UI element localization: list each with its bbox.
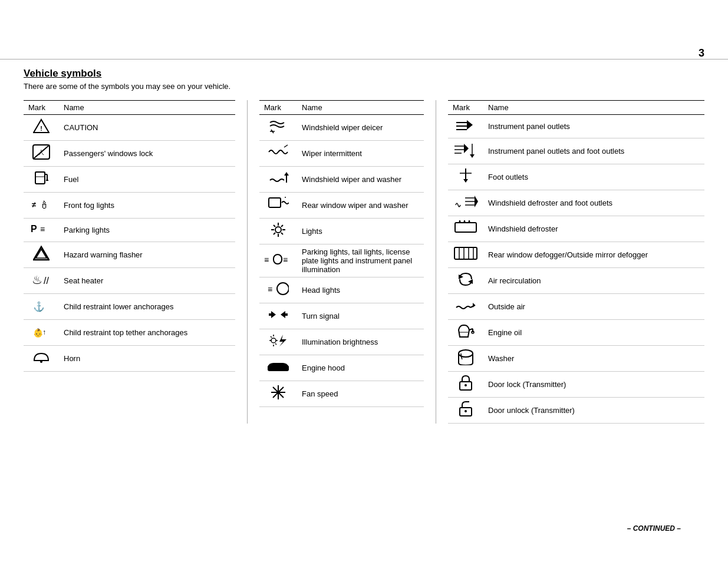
table-row: Rear window wiper and washer [259,193,424,219]
symbol-name: Windshield defroster [483,216,704,242]
symbol-mark [259,115,297,141]
svg-line-36 [274,225,275,227]
svg-marker-45 [269,311,276,318]
table-row: Door unlock (Transmitter) [448,398,704,424]
svg-text:P: P [31,224,37,234]
svg-rect-29 [269,198,281,207]
svg-line-37 [281,233,283,234]
symbol-name: Door unlock (Transmitter) [483,398,704,424]
symbol-name: Parking lights [59,219,235,242]
symbol-mark [448,216,483,242]
symbol-mark [259,329,297,355]
symbol-mark: 人 [24,141,59,167]
table-row: ≠🕯Front fog lights [24,193,235,219]
symbol-name: Outside air [483,294,704,320]
symbol-mark: ♨// [24,268,59,294]
symbol-name: Fuel [59,167,235,193]
symbol-name: Child restraint lower anchorages [59,294,235,320]
left-col-mark-header: Mark [24,101,59,115]
table-row: Air recirculation [448,268,704,294]
table-row: Rear window defogger/Outside mirror defo… [448,242,704,268]
symbol-mark [24,167,59,193]
symbol-mark [448,115,483,138]
table-row: Windshield wiper deicer [259,115,424,141]
table-row: Illumination brightness [259,329,424,355]
symbol-mark [259,355,297,381]
svg-rect-6 [35,172,45,177]
svg-line-39 [274,233,275,234]
symbol-mark: ≡ [259,277,297,303]
symbol-mark [448,372,483,398]
symbol-name: Rear window defogger/Outside mirror defo… [483,242,704,268]
symbol-name: Windshield defroster and foot outlets [483,190,704,216]
table-row: 👶↑Child restraint top tether anchorages [24,320,235,346]
symbol-name: Lights [297,219,424,244]
svg-point-22 [40,361,42,363]
table-row: Engine hood [259,355,424,381]
svg-text:🕯: 🕯 [39,199,50,211]
table-row: Lights [259,219,424,244]
table-row: Hazard warning flasher [24,242,235,268]
symbol-name: Child restraint top tether anchorages [59,320,235,346]
table-row: Turn signal [259,303,424,329]
symbol-mark [24,346,59,372]
table-row: Instrument panel outlets and foot outlet… [448,138,704,164]
symbol-name: Hazard warning flasher [59,242,235,268]
svg-point-44 [277,283,289,295]
symbol-mark [448,190,483,216]
svg-text:⚓: ⚓ [33,301,45,312]
svg-point-100 [465,384,467,386]
right-col-mark-header: Mark [448,101,483,115]
mid-col-name-header: Name [297,101,424,115]
svg-marker-82 [459,220,461,222]
table-row: Engine oil [448,320,704,346]
svg-text:!: ! [40,125,42,132]
svg-text:♨: ♨ [32,273,42,286]
svg-point-47 [271,338,276,343]
symbol-mark [448,294,483,320]
svg-marker-46 [281,311,288,318]
symbol-mark [448,138,483,164]
symbol-mark: 👶↑ [24,320,59,346]
symbol-mark [448,164,483,190]
symbol-mark [259,381,297,407]
symbol-name: Instrument panel outlets [483,115,704,138]
svg-marker-64 [467,120,473,130]
table-row: Windshield defroster [448,216,704,242]
symbol-name: Parking lights, tail lights, license pla… [297,244,424,277]
right-column: Mark Name Instrument panel outletsInstru… [436,100,704,424]
symbol-mark: ≠🕯 [24,193,59,219]
svg-marker-83 [463,220,466,222]
table-row: 人Passengers' windows lock [24,141,235,167]
section-title: Vehicle symbols [24,68,704,80]
right-col-name-header: Name [483,101,704,115]
svg-rect-5 [35,172,45,184]
symbol-name: Rear window wiper and washer [297,193,424,219]
symbol-mark [259,167,297,193]
table-row: Door lock (Transmitter) [448,372,704,398]
symbol-name: Instrument panel outlets and foot outlet… [483,138,704,164]
svg-text:≡: ≡ [40,224,45,234]
table-row: Outside air [448,294,704,320]
table-row: Instrument panel outlets [448,115,704,138]
svg-text:≡: ≡ [268,285,272,294]
symbol-mark: ≡≡ [259,244,297,277]
svg-marker-77 [475,196,478,207]
svg-rect-41 [274,254,282,264]
symbol-mark [448,268,483,294]
middle-column: Mark Name Windshield wiper deicerWiper i… [248,100,436,424]
svg-point-31 [275,227,281,233]
svg-line-26 [284,145,288,147]
table-row: ♨//Seat heater [24,268,235,294]
mid-col-mark-header: Mark [259,101,297,115]
table-row: Fan speed [259,381,424,407]
table-row: Windshield wiper and washer [259,167,424,193]
table-row: ≡≡Parking lights, tail lights, license p… [259,244,424,277]
svg-text:≡: ≡ [283,255,288,265]
svg-text:↑: ↑ [42,328,46,336]
svg-marker-70 [470,154,475,158]
left-col-name-header: Name [59,101,235,115]
table-row: Washer [448,346,704,372]
symbol-name: Head lights [297,277,424,303]
left-column: Mark Name !CAUTION人Passengers' windows l… [24,100,248,424]
